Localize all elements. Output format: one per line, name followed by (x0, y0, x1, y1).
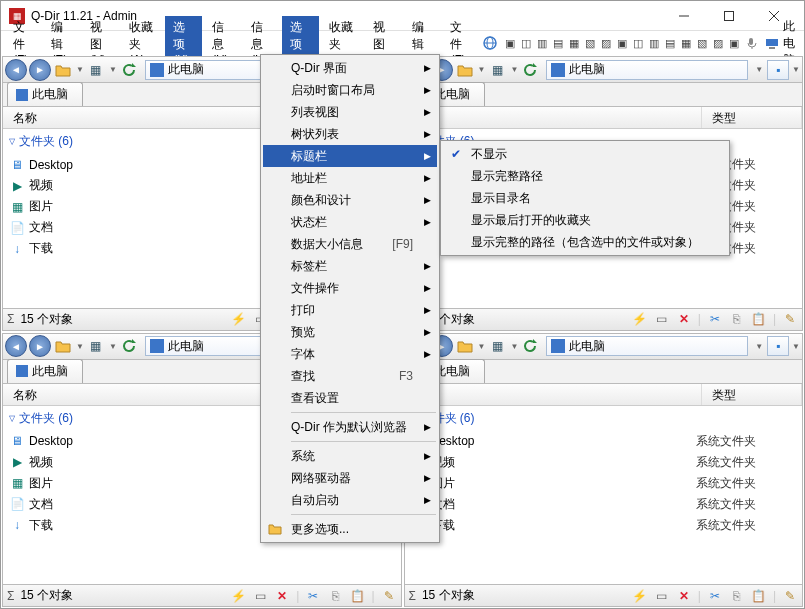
list-item[interactable]: ▶视频系统文件夹 (405, 452, 803, 473)
layout-icon-11[interactable]: ▦ (681, 35, 691, 51)
folder-icon[interactable] (53, 336, 73, 356)
delete-icon[interactable]: ✕ (274, 588, 290, 604)
view-icon[interactable]: ▦ (487, 336, 507, 356)
paste-icon[interactable]: 📋 (751, 588, 767, 604)
layout-icon-4[interactable]: ▦ (569, 35, 579, 51)
group-header[interactable]: ▽文件夹 (6) (405, 406, 803, 431)
menu-item[interactable]: 状态栏▶ (263, 211, 437, 233)
list-item[interactable]: 🖥Desktop系统文件夹 (405, 431, 803, 452)
edit-icon[interactable]: ✎ (381, 588, 397, 604)
mic-icon[interactable] (745, 35, 759, 51)
layout-icon-2[interactable]: ▥ (537, 35, 547, 51)
paste-icon[interactable]: 📋 (349, 588, 365, 604)
rename-icon[interactable]: ▭ (252, 588, 268, 604)
globe-icon[interactable] (483, 35, 497, 51)
address-dropdown[interactable]: ▼ (755, 65, 763, 74)
menu-item[interactable]: 启动时窗口布局▶ (263, 79, 437, 101)
rename-icon[interactable]: ▭ (654, 311, 670, 327)
menu-item[interactable]: Q-Dir 界面▶ (263, 57, 437, 79)
back-button[interactable]: ◄ (5, 335, 27, 357)
menu-item[interactable]: 列表视图▶ (263, 101, 437, 123)
folder-icon[interactable] (455, 336, 475, 356)
menu-item[interactable]: 标题栏▶ (263, 145, 437, 167)
list-item[interactable]: ↓下载系统文件夹 (405, 515, 803, 536)
layout-icon-0[interactable]: ▣ (505, 35, 515, 51)
col-type[interactable]: 类型 (702, 107, 802, 128)
menu-item[interactable]: 地址栏▶ (263, 167, 437, 189)
menu-item[interactable]: 系统▶ (263, 445, 437, 467)
menu-item[interactable]: 标签栏▶ (263, 255, 437, 277)
menu-item[interactable]: 数据大小信息[F9] (263, 233, 437, 255)
edit-icon[interactable]: ✎ (782, 311, 798, 327)
submenu-item[interactable]: 显示最后打开的收藏夹 (443, 209, 727, 231)
menu-item[interactable]: 树状列表▶ (263, 123, 437, 145)
forward-button[interactable]: ► (29, 335, 51, 357)
flash-icon[interactable]: ⚡ (230, 311, 246, 327)
layout-icon-12[interactable]: ▧ (697, 35, 707, 51)
paste-icon[interactable]: 📋 (751, 311, 767, 327)
address-bar[interactable]: 此电脑 (546, 60, 748, 80)
copy-icon[interactable]: ⎘ (729, 588, 745, 604)
flash-icon[interactable]: ⚡ (230, 588, 246, 604)
minimize-button[interactable] (661, 2, 706, 30)
maximize-button[interactable] (706, 2, 751, 30)
layout-icon-1[interactable]: ◫ (521, 35, 531, 51)
col-name[interactable]: 名称 (3, 107, 301, 128)
menu-item[interactable]: 预览▶ (263, 321, 437, 343)
refresh-icon[interactable] (119, 60, 139, 80)
view-icon[interactable]: ▦ (86, 60, 106, 80)
submenu-item[interactable]: 显示完整的路径（包含选中的文件或对象） (443, 231, 727, 253)
layout-icon-9[interactable]: ▥ (649, 35, 659, 51)
edit-icon[interactable]: ✎ (782, 588, 798, 604)
address-dropdown[interactable]: ▼ (755, 342, 763, 351)
menu-item[interactable]: 文件操作▶ (263, 277, 437, 299)
menu-item[interactable]: 更多选项... (263, 518, 437, 540)
menu-item[interactable]: 打印▶ (263, 299, 437, 321)
refresh-icon[interactable] (520, 336, 540, 356)
submenu-item[interactable]: ✔不显示 (443, 143, 727, 165)
view-mode-button[interactable]: ▪ (767, 336, 789, 356)
layout-icon-10[interactable]: ▤ (665, 35, 675, 51)
cut-icon[interactable]: ✂ (305, 588, 321, 604)
layout-icon-3[interactable]: ▤ (553, 35, 563, 51)
copy-icon[interactable]: ⎘ (729, 311, 745, 327)
folder-icon[interactable] (53, 60, 73, 80)
refresh-icon[interactable] (119, 336, 139, 356)
rename-icon[interactable]: ▭ (654, 588, 670, 604)
menu-item[interactable]: 查看设置 (263, 387, 437, 409)
submenu-item[interactable]: 显示完整路径 (443, 165, 727, 187)
folder-icon[interactable] (455, 60, 475, 80)
submenu-item[interactable]: 显示目录名 (443, 187, 727, 209)
menu-item[interactable]: 颜色和设计▶ (263, 189, 437, 211)
forward-button[interactable]: ► (29, 59, 51, 81)
menu-item[interactable]: 自动启动▶ (263, 489, 437, 511)
view-mode-button[interactable]: ▪ (767, 60, 789, 80)
menu-item[interactable]: 网络驱动器▶ (263, 467, 437, 489)
delete-icon[interactable]: ✕ (676, 311, 692, 327)
back-button[interactable]: ◄ (5, 59, 27, 81)
menu-item[interactable]: Q-Dir 作为默认浏览器▶ (263, 416, 437, 438)
col-type[interactable]: 类型 (702, 384, 802, 405)
view-icon[interactable]: ▦ (86, 336, 106, 356)
view-icon[interactable]: ▦ (487, 60, 507, 80)
layout-icon-6[interactable]: ▨ (601, 35, 611, 51)
col-name[interactable]: 名称 (3, 384, 301, 405)
cut-icon[interactable]: ✂ (707, 311, 723, 327)
tab-thispc[interactable]: 此电脑 (7, 82, 83, 106)
flash-icon[interactable]: ⚡ (632, 311, 648, 327)
refresh-icon[interactable] (520, 60, 540, 80)
list-item[interactable]: ▦图片系统文件夹 (405, 473, 803, 494)
menu-item[interactable]: 查找F3 (263, 365, 437, 387)
layout-icon-5[interactable]: ▧ (585, 35, 595, 51)
layout-icon-8[interactable]: ◫ (633, 35, 643, 51)
menu-item[interactable]: 字体▶ (263, 343, 437, 365)
flash-icon[interactable]: ⚡ (632, 588, 648, 604)
col-name[interactable]: 名称 (405, 384, 703, 405)
delete-icon[interactable]: ✕ (676, 588, 692, 604)
col-name[interactable]: 名称 (405, 107, 703, 128)
layout-icon-7[interactable]: ▣ (617, 35, 627, 51)
address-bar[interactable]: 此电脑 (546, 336, 748, 356)
layout-icon-13[interactable]: ▨ (713, 35, 723, 51)
layout-icon-14[interactable]: ▣ (729, 35, 739, 51)
list-item[interactable]: 📄文档系统文件夹 (405, 494, 803, 515)
